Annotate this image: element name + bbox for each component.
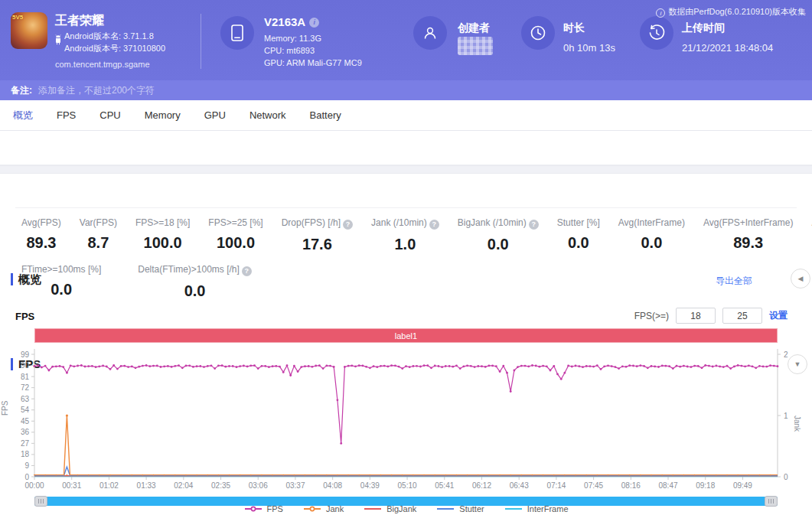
fps-header-divider — [15, 207, 797, 208]
metric-label: BigJank (/10min)? — [458, 217, 539, 230]
header-divider — [201, 14, 201, 69]
tab-Battery[interactable]: Battery — [307, 109, 344, 121]
legend-marker — [504, 505, 523, 513]
fps-threshold-low-input[interactable] — [676, 308, 716, 324]
svg-text:18: 18 — [21, 450, 30, 458]
notes-placeholder: 添加备注，不超过200个字符 — [38, 84, 155, 97]
notes-bar[interactable]: 备注: 添加备注，不超过200个字符 — [0, 80, 812, 100]
metric-avg-fps-interframe-: Avg(FPS+InterFrame)89.3 — [703, 217, 793, 253]
svg-text:02:04: 02:04 — [174, 481, 193, 490]
metric-label: Delta(FTime)>100ms [/h]? — [138, 264, 252, 276]
help-icon[interactable]: ? — [429, 220, 439, 230]
legend-item-interframe[interactable]: InterFrame — [504, 504, 569, 513]
svg-text:06:12: 06:12 — [472, 481, 491, 490]
metric-avg-fps-: Avg(FPS)89.3 — [21, 217, 61, 253]
perfdog-report-page: 5V5 王者荣耀 Android版本名: 3.71.1.8 Android版本号… — [0, 0, 812, 515]
svg-text:45: 45 — [21, 417, 30, 425]
svg-text:99: 99 — [21, 350, 30, 359]
legend-marker — [364, 505, 382, 513]
tab-Network[interactable]: Network — [246, 109, 289, 121]
metric-label: Avg(FPS) — [21, 217, 61, 228]
creator-label: 创建者 — [458, 21, 490, 35]
duration-icon — [521, 16, 555, 50]
svg-text:09:18: 09:18 — [696, 481, 715, 490]
overview-section-bar: 概览 导出全部 ◀ — [0, 131, 812, 165]
svg-text:72: 72 — [21, 383, 30, 392]
metric-stutter-: Stutter [%]0.0 — [557, 217, 600, 253]
help-icon[interactable]: ? — [343, 220, 353, 230]
legend-item-jank[interactable]: Jank — [303, 504, 344, 513]
tab-GPU[interactable]: GPU — [201, 109, 229, 121]
tab-概览[interactable]: 概览 — [10, 109, 36, 122]
metric-avg-interframe-: Avg(InterFrame)0.0 — [618, 217, 685, 253]
banner-text: label1 — [395, 331, 417, 341]
tab-FPS[interactable]: FPS — [54, 109, 79, 121]
section-gap — [0, 165, 812, 174]
tab-Memory[interactable]: Memory — [142, 109, 184, 121]
svg-text:81: 81 — [21, 373, 30, 381]
svg-text:04:39: 04:39 — [360, 481, 380, 490]
metric-label: FTime>=100ms [%] — [21, 264, 101, 275]
metric-label: Avg(FPS+InterFrame) — [703, 217, 793, 228]
legend-label: BigJank — [386, 504, 416, 513]
metric-value: 1.0 — [371, 236, 439, 253]
metric-value: 89.3 — [703, 234, 793, 252]
svg-text:01:02: 01:02 — [99, 481, 119, 490]
android-version-name: Android版本名: 3.71.1.8 — [64, 31, 154, 42]
metric-value: 8.7 — [80, 234, 117, 252]
upload-time-icon — [640, 16, 673, 50]
creator-icon — [413, 16, 447, 50]
device-cpu: CPU: mt6893 — [264, 46, 315, 55]
fps-threshold-high-input[interactable] — [722, 308, 762, 324]
svg-text:0: 0 — [784, 473, 788, 481]
threshold-apply-button[interactable]: 设置 — [769, 309, 788, 322]
metric-value: 89.3 — [21, 234, 61, 252]
svg-text:00:00: 00:00 — [24, 481, 44, 490]
section-tabs: 概览FPSCPUMemoryGPUNetworkBattery — [0, 100, 812, 131]
device-gpu: GPU: ARM Mali-G77 MC9 — [264, 58, 362, 67]
fps-chart: 091827364554637281909901200:0000:3101:02… — [0, 344, 812, 494]
svg-text:05:41: 05:41 — [435, 481, 454, 490]
tab-CPU[interactable]: CPU — [96, 109, 123, 121]
svg-text:07:45: 07:45 — [584, 481, 603, 490]
svg-text:02:35: 02:35 — [211, 481, 230, 490]
svg-text:63: 63 — [21, 395, 30, 403]
help-icon[interactable]: ? — [529, 220, 539, 230]
svg-text:1: 1 — [784, 412, 788, 420]
svg-text:36: 36 — [21, 428, 30, 436]
metric-bigjank-10min-: BigJank (/10min)?0.0 — [458, 217, 539, 253]
info-icon: i — [656, 8, 665, 18]
metric-value: 100.0 — [208, 234, 263, 252]
svg-text:05:10: 05:10 — [398, 481, 417, 490]
svg-text:27: 27 — [21, 439, 30, 448]
svg-text:01:33: 01:33 — [137, 481, 156, 490]
metric-fps-25-: FPS>=25 [%]100.0 — [208, 217, 263, 253]
svg-text:9: 9 — [24, 461, 29, 470]
help-icon[interactable]: ? — [242, 266, 252, 276]
metric-jank-10min-: Jank (/10min)?1.0 — [371, 217, 439, 253]
svg-text:08:16: 08:16 — [621, 481, 641, 490]
legend-marker — [436, 505, 455, 513]
legend-marker — [244, 505, 263, 513]
svg-text:06:43: 06:43 — [510, 481, 529, 490]
android-version-code: Android版本号: 371010800 — [64, 43, 165, 54]
metric-drop-fps-h-: Drop(FPS) [/h]?17.6 — [282, 217, 353, 253]
series-fps — [34, 365, 778, 443]
legend-label: Jank — [326, 504, 344, 513]
legend-item-stutter[interactable]: Stutter — [436, 504, 484, 513]
package-name: com.tencent.tmgp.sgame — [55, 60, 150, 69]
collector-version-note: i数据由PerfDog(6.0.210910)版本收集 — [656, 6, 806, 18]
fps-threshold-label: FPS(>=) — [634, 311, 669, 321]
svg-text:00:31: 00:31 — [62, 481, 81, 490]
legend-item-bigjank[interactable]: BigJank — [364, 504, 416, 513]
legend-item-fps[interactable]: FPS — [244, 504, 283, 513]
metric-label: Jank (/10min)? — [371, 217, 439, 230]
series-jank — [34, 416, 778, 475]
legend-label: Stutter — [459, 504, 484, 513]
chart-legend: FPSJankBigJankStutterInterFrame — [0, 504, 812, 513]
phone-icon — [220, 16, 254, 50]
upload-time-value: 21/12/2021 18:48:04 — [682, 42, 773, 54]
legend-label: FPS — [267, 504, 283, 513]
android-icon — [54, 34, 62, 45]
device-info-icon[interactable]: i — [309, 18, 319, 28]
